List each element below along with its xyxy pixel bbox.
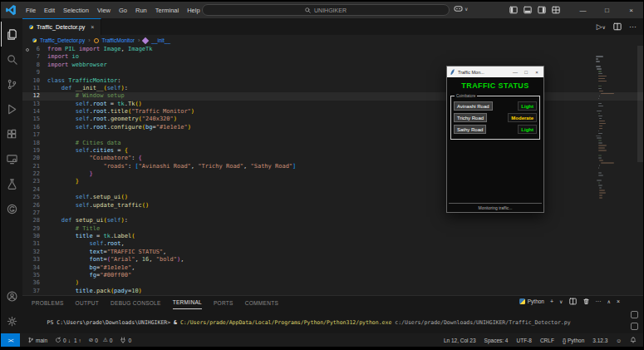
language-mode[interactable]: {} Python	[563, 338, 584, 343]
problems-indicator[interactable]: ⊘0 ⚠0	[89, 337, 113, 343]
traffic-monitor-window[interactable]: Traffic Mon... — □ × TRAFFIC STATUS Coim…	[446, 66, 544, 213]
terminal-shell-selector[interactable]: Python	[519, 298, 544, 304]
custom-extension-icon[interactable]	[1, 196, 22, 221]
panel-more-actions-icon[interactable]: ···	[596, 298, 602, 304]
testing-beaker-icon[interactable]	[1, 171, 22, 196]
code-line-19[interactable]: 19 self.cities = {	[22, 147, 643, 155]
feedback-smiley-icon[interactable]: ☺	[616, 338, 622, 343]
account-icon[interactable]	[1, 283, 22, 308]
code-line-26[interactable]: 26 self.update_traffic()	[22, 202, 643, 210]
panel-tab-comments[interactable]: COMMENTS	[245, 300, 278, 306]
notifications-bell-icon[interactable]	[630, 337, 637, 343]
run-and-debug-icon[interactable]	[1, 96, 22, 121]
tk-maximize-button[interactable]: □	[522, 70, 530, 75]
code-line-13[interactable]: 13 self.root = tk.Tk()	[22, 101, 643, 108]
code-line-10[interactable]: 10class TrafficMonitor:	[22, 77, 643, 85]
new-terminal-button[interactable]: +	[550, 298, 553, 304]
code-line-11[interactable]: 11 def __init__(self):	[22, 85, 643, 92]
git-branch-indicator[interactable]: main	[27, 337, 47, 343]
code-line-7[interactable]: 7import io	[22, 53, 643, 61]
ports-indicator[interactable]: 0	[120, 337, 131, 343]
sync-changes-indicator[interactable]: 0↓ 1↑	[55, 337, 81, 343]
split-terminal-icon[interactable]	[569, 298, 577, 305]
close-panel-icon[interactable]: ×	[617, 298, 620, 304]
cursor-position[interactable]: Ln 12, Col 23	[444, 338, 476, 343]
code-line-34[interactable]: 34 bg="#1e1e1e",	[22, 264, 643, 272]
tk-minimize-button[interactable]: —	[511, 70, 519, 75]
tab-close-icon[interactable]: ×	[91, 24, 94, 30]
eol-indicator[interactable]: CRLF	[540, 338, 554, 343]
code-line-33[interactable]: 33 font=("Arial", 16, "bold"),	[22, 256, 643, 264]
search-sidebar-icon[interactable]	[1, 47, 22, 71]
command-center-search[interactable]: UNIHGIKER	[202, 4, 450, 16]
menu-edit[interactable]: Edit	[40, 7, 59, 14]
toggle-panel-icon[interactable]	[524, 6, 532, 14]
code-line-12[interactable]: 12 # Window setup	[22, 92, 643, 100]
breadcrumb-method[interactable]: __init__	[151, 37, 170, 43]
code-line-15[interactable]: 15 self.root.geometry("240x320")	[22, 116, 643, 123]
python-interpreter-version[interactable]: 3.12.3	[592, 338, 607, 343]
code-line-14[interactable]: 14 self.root.title("Traffic Monitor")	[22, 108, 643, 116]
window-minimize-button[interactable]: —	[571, 2, 595, 18]
terminal-tab-icon[interactable]	[631, 311, 638, 318]
code-line-21[interactable]: 21 "roads": ["Avinashi Road", "Trichy Ro…	[22, 163, 643, 170]
breadcrumb-class[interactable]: TrafficMonitor	[102, 37, 135, 43]
terminal-tab-icon[interactable]	[631, 323, 638, 330]
menu-view[interactable]: View	[93, 7, 115, 14]
minimap[interactable]	[596, 56, 616, 200]
code-line-6[interactable]: 6from PIL import Image, ImageTk	[22, 46, 643, 53]
code-line-20[interactable]: 20 "Coimbatore": {	[22, 155, 643, 162]
encoding-indicator[interactable]: UTF-8	[516, 338, 531, 343]
code-line-30[interactable]: 30 title = tk.Label(	[22, 233, 643, 240]
menu-go[interactable]: Go	[115, 7, 131, 14]
window-maximize-button[interactable]: □	[595, 2, 619, 18]
split-editor-icon[interactable]	[613, 22, 622, 31]
remote-device-icon[interactable]	[1, 146, 22, 171]
editor-more-actions-icon[interactable]: ···	[629, 22, 637, 31]
customize-layout-icon[interactable]	[552, 6, 560, 14]
editor-scrollbar[interactable]	[637, 46, 643, 162]
code-line-9[interactable]: 9	[22, 69, 643, 76]
tab-traffic-detector[interactable]: Traffic_Detector.py ×	[22, 18, 101, 35]
toggle-secondary-sidebar-icon[interactable]	[538, 6, 546, 14]
explorer-icon[interactable]	[1, 22, 22, 47]
panel-tab-debug-console[interactable]: DEBUG CONSOLE	[111, 300, 161, 306]
menu-selection[interactable]: Selection	[59, 7, 93, 14]
code-editor[interactable]: 6from PIL import Image, ImageTk7import i…	[22, 46, 643, 295]
code-line-22[interactable]: 22 }	[22, 170, 643, 178]
indentation-indicator[interactable]: Spaces: 4	[484, 338, 509, 343]
code-line-28[interactable]: 28 def setup_ui(self):	[22, 217, 643, 224]
code-line-31[interactable]: 31 self.root,	[22, 240, 643, 248]
window-close-button[interactable]: ×	[619, 2, 643, 18]
code-line-36[interactable]: 36 )	[22, 279, 643, 287]
menu-file[interactable]: File	[22, 7, 40, 14]
source-control-icon[interactable]	[1, 71, 22, 96]
code-line-37[interactable]: 37 title.pack(pady=10)	[22, 288, 643, 295]
code-line-18[interactable]: 18 # Cities data	[22, 140, 643, 147]
tk-close-button[interactable]: ×	[533, 70, 541, 75]
code-line-16[interactable]: 16 self.root.configure(bg="#1e1e1e")	[22, 124, 643, 131]
copilot-button[interactable]: ∨	[454, 5, 468, 12]
panel-tab-ports[interactable]: PORTS	[214, 300, 234, 306]
panel-tab-problems[interactable]: PROBLEMS	[32, 300, 64, 306]
breadcrumb-file[interactable]: Traffic_Detector.py	[40, 37, 85, 43]
maximize-panel-icon[interactable]: ∧	[607, 298, 611, 304]
panel-tab-output[interactable]: OUTPUT	[76, 300, 100, 306]
code-line-17[interactable]: 17	[22, 131, 643, 139]
menu-run[interactable]: Run	[131, 7, 151, 14]
menu-help[interactable]: Help	[183, 7, 204, 14]
menu-terminal[interactable]: Terminal	[151, 7, 183, 14]
settings-gear-icon[interactable]	[1, 308, 22, 333]
panel-tab-terminal[interactable]: TERMINAL	[173, 296, 202, 309]
kill-terminal-trash-icon[interactable]	[583, 298, 590, 305]
extensions-icon[interactable]	[1, 121, 22, 146]
code-line-32[interactable]: 32 text="TRAFFIC STATUS",	[22, 249, 643, 256]
code-line-8[interactable]: 8import webbrowser	[22, 62, 643, 69]
code-line-24[interactable]: 24	[22, 186, 643, 194]
run-python-file-button[interactable]: ▷∨	[597, 22, 606, 31]
code-line-29[interactable]: 29 # Title	[22, 225, 643, 233]
code-line-25[interactable]: 25 self.setup_ui()	[22, 194, 643, 201]
code-line-23[interactable]: 23 }	[22, 178, 643, 185]
terminal-profile-chevron-icon[interactable]: ∨	[559, 298, 563, 304]
remote-indicator[interactable]: ><	[1, 333, 20, 347]
